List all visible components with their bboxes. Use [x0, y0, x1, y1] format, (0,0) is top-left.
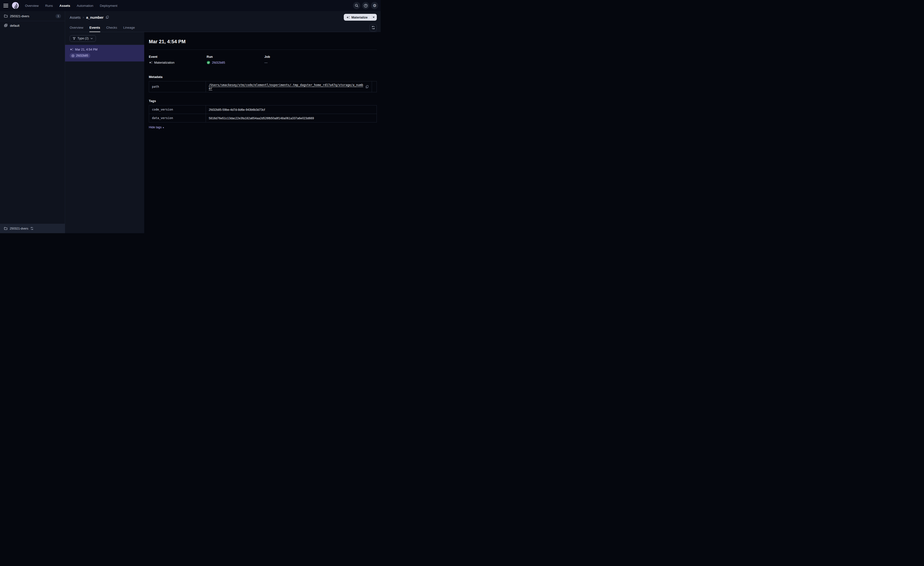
asset-tabs: Overview Events Checks Lineage	[70, 23, 377, 32]
event-column: Event Materialization	[149, 55, 207, 65]
run-success-check-icon	[207, 61, 210, 65]
events-list-panel: Type (2) M	[65, 32, 144, 233]
sidebar-footer[interactable]: 250321-dvers	[0, 224, 65, 233]
tags-heading: Tags	[149, 99, 377, 103]
materialize-button-label: Materialize	[351, 15, 368, 19]
chevron-right-icon: ›	[83, 15, 84, 19]
copy-asset-name-icon[interactable]	[106, 15, 109, 19]
asset-header: Assets › a_number	[65, 11, 381, 23]
chevron-down-icon	[90, 37, 93, 40]
tab-lineage[interactable]: Lineage	[123, 23, 135, 32]
metadata-table: path /Users/smackesey/stm/code/elementl/…	[149, 81, 377, 92]
run-id-label: 2fd32b85	[76, 54, 88, 57]
run-column: Run 2fd32b85	[207, 55, 264, 65]
search-icon	[355, 4, 358, 8]
divider	[149, 50, 377, 50]
metadata-path-link[interactable]: /Users/smackesey/stm/code/elementl/exper…	[209, 83, 363, 90]
sidebar-spacer	[0, 30, 65, 224]
table-row: code_version 2fd32b85-59be-4d7d-8d6e-943…	[149, 105, 377, 114]
type-filter-label: Type (2)	[78, 37, 88, 40]
event-column-label: Event	[149, 55, 207, 59]
nav-item-overview[interactable]: Overview	[25, 4, 39, 8]
tag-value: 5816d76e51c13dac22e3fa182a654aa2d526fb50…	[209, 117, 314, 120]
tags-table: code_version 2fd32b85-59be-4d7d-8d6e-943…	[149, 105, 377, 122]
menu-hamburger-icon[interactable]	[3, 4, 8, 7]
metadata-key: path	[149, 81, 206, 92]
help-icon	[364, 4, 368, 8]
asset-catalog-sidebar: 250321-dvers 1 default 250321-dvers	[0, 11, 65, 233]
refresh-icon	[372, 26, 375, 29]
type-filter-chip[interactable]: Type (2)	[70, 35, 96, 42]
filter-funnel-icon	[73, 37, 76, 40]
page-title: a_number	[86, 15, 104, 20]
materialize-split-button: Materialize	[344, 14, 377, 21]
nav-item-runs[interactable]: Runs	[45, 4, 53, 8]
job-column: Job —	[264, 55, 377, 65]
tag-key: data_version	[149, 114, 206, 122]
help-button[interactable]	[362, 2, 369, 9]
sidebar-item-label: default	[10, 24, 20, 27]
breadcrumb-assets-link[interactable]: Assets	[70, 15, 81, 20]
table-row: data_version 5816d76e51c13dac22e3fa182a6…	[149, 114, 377, 122]
tab-overview[interactable]: Overview	[70, 23, 83, 32]
asset-group-icon	[4, 24, 8, 27]
event-type-value: Materialization	[154, 61, 174, 65]
folder-icon	[4, 14, 8, 18]
materialize-button[interactable]: Materialize	[344, 14, 370, 21]
nav-item-automation[interactable]: Automation	[77, 4, 93, 8]
settings-button[interactable]: ⚙	[371, 2, 378, 9]
sidebar-footer-label: 250321-dvers	[10, 227, 28, 230]
job-column-label: Job	[264, 55, 377, 59]
breadcrumb: Assets › a_number	[70, 15, 109, 20]
event-list-item[interactable]: Mar 21, 4:54 PM 2fd32b85	[65, 45, 144, 62]
events-filter-row: Type (2)	[65, 32, 144, 45]
dagster-logo-icon[interactable]	[11, 2, 20, 10]
hide-tags-link[interactable]: Hide tags ▴	[149, 126, 164, 129]
event-summary-columns: Event Materialization R	[149, 55, 377, 65]
materialize-dropdown-button[interactable]	[370, 14, 377, 21]
metadata-section: Metadata path /Users/smackesey/stm/code/…	[149, 75, 377, 92]
event-detail-panel: Mar 21, 4:54 PM Event Materi	[144, 32, 381, 233]
table-row: path /Users/smackesey/stm/code/elementl/…	[149, 81, 377, 92]
sidebar-group-count-badge: 1	[56, 14, 61, 18]
folder-icon	[4, 227, 8, 230]
run-id-link[interactable]: 2fd32b85	[212, 61, 225, 65]
top-navigation-bar: Overview Runs Assets Automation Deployme…	[0, 0, 381, 11]
refresh-icon[interactable]	[30, 227, 33, 230]
materialization-sparkle-icon	[149, 61, 153, 65]
tab-events[interactable]: Events	[89, 23, 100, 32]
sidebar-group-row[interactable]: 250321-dvers 1	[0, 11, 65, 21]
table-end-cell	[372, 81, 377, 92]
event-detail-title: Mar 21, 4:54 PM	[149, 39, 377, 44]
hide-tags-label: Hide tags	[149, 126, 162, 129]
caret-up-icon: ▴	[163, 126, 164, 128]
materialization-sparkle-icon	[70, 48, 74, 51]
event-timestamp: Mar 21, 4:54 PM	[75, 48, 98, 51]
primary-nav: Overview Runs Assets Automation Deployme…	[25, 4, 117, 8]
run-status-dot-icon	[71, 54, 75, 57]
nav-item-assets[interactable]: Assets	[60, 4, 70, 8]
job-empty-value: —	[264, 61, 267, 65]
run-id-pill[interactable]: 2fd32b85	[70, 53, 90, 58]
sidebar-item-default[interactable]: default	[0, 21, 65, 30]
sidebar-group-label: 250321-dvers	[10, 14, 29, 18]
nav-item-deployment[interactable]: Deployment	[100, 4, 117, 8]
tab-checks[interactable]: Checks	[106, 23, 117, 32]
tags-section: Tags code_version 2fd32b85-59be-4d7d-8d6…	[149, 99, 377, 129]
metadata-heading: Metadata	[149, 75, 377, 79]
refresh-events-button[interactable]	[369, 24, 377, 31]
topnav-actions: ⚙	[353, 2, 378, 9]
run-column-label: Run	[207, 55, 264, 59]
gear-icon: ⚙	[373, 4, 376, 8]
sparkle-icon	[346, 15, 350, 19]
copy-path-icon[interactable]	[365, 85, 369, 89]
dagster-app-window: Overview Runs Assets Automation Deployme…	[0, 0, 381, 233]
search-button[interactable]	[353, 2, 360, 9]
caret-down-icon	[373, 17, 375, 18]
tag-key: code_version	[149, 105, 206, 114]
tag-value: 2fd32b85-59be-4d7d-8d6e-943b6b3d73cf	[209, 108, 265, 111]
